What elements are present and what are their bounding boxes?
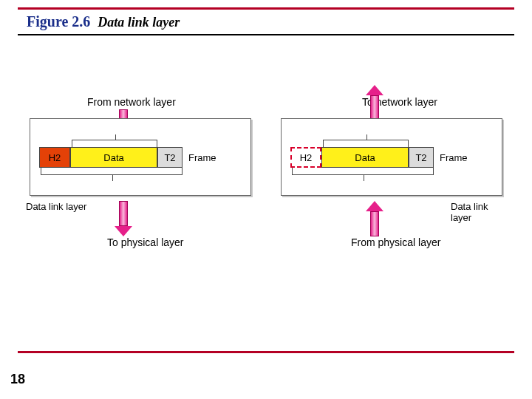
figure-caption: Data link layer <box>98 15 180 30</box>
frame-trailer-t2: T2 <box>409 147 434 168</box>
diagram-area: From network layer To network layer H2 D… <box>30 74 502 325</box>
figure-number: Figure 2.6 <box>27 13 90 30</box>
label-from-network-layer: From network layer <box>87 96 176 108</box>
bracket-frame-bottom-left <box>41 168 183 175</box>
arrow-down-out-sender <box>115 201 132 236</box>
frame-data: Data <box>70 147 157 168</box>
frame-trailer-t2: T2 <box>157 147 183 168</box>
label-data-link-layer-left: Data link layer <box>26 201 86 212</box>
frame-data: Data <box>321 147 409 168</box>
top-rule-red <box>18 7 514 10</box>
receiver-panel: H2 Data T2 Frame <box>281 118 502 196</box>
bracket-frame-bottom-right <box>292 168 434 175</box>
bottom-rule-red <box>18 351 514 353</box>
arrow-up-out-receiver <box>366 85 383 120</box>
sender-panel: H2 Data T2 Frame <box>30 118 251 196</box>
frame-label-receiver: Frame <box>440 152 468 163</box>
bracket-data-top-right <box>323 140 409 147</box>
figure-title: Figure 2.6 Data link layer <box>27 13 180 30</box>
frame-row-receiver: H2 Data T2 Frame <box>290 147 468 168</box>
frame-header-h2: H2 <box>39 147 70 168</box>
arrow-up-into-receiver <box>366 201 383 236</box>
label-to-physical-layer: To physical layer <box>107 236 184 248</box>
label-data-link-layer-right: Data link layer <box>451 201 502 223</box>
bracket-data-top-left <box>72 140 157 147</box>
label-from-physical-layer: From physical layer <box>351 236 440 248</box>
frame-row-sender: H2 Data T2 Frame <box>39 147 216 168</box>
frame-label-sender: Frame <box>188 152 216 163</box>
frame-header-h2-dashed: H2 <box>290 147 321 168</box>
top-rule-black <box>18 34 514 35</box>
page-number: 18 <box>10 372 25 387</box>
